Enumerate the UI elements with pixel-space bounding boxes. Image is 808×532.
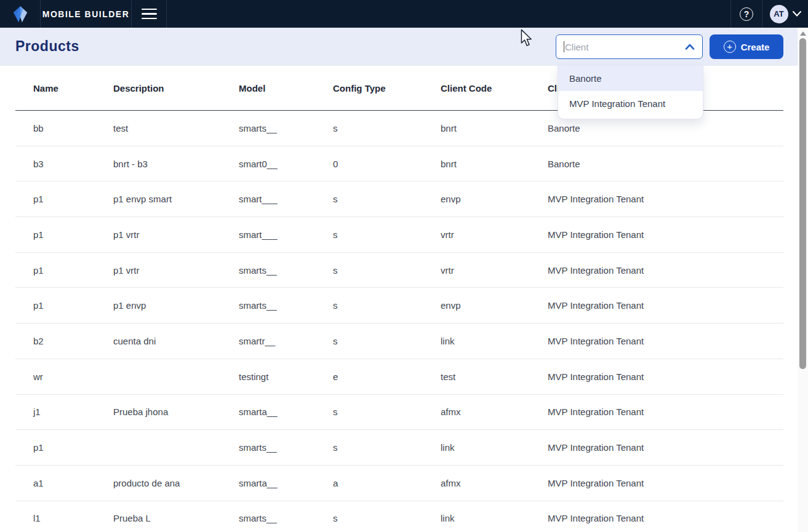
cell-name: l1	[15, 513, 95, 523]
products-table: Name Description Model Config Type Clien…	[15, 66, 783, 532]
cell-config-type: s	[315, 442, 423, 453]
client-dropdown-panel: Banorte MVP Integration Tenant	[558, 66, 703, 119]
cell-model: smarts__	[221, 300, 315, 311]
cell-model: testingt	[221, 371, 315, 382]
help-icon: ?	[740, 7, 753, 21]
cell-client: MVP Integration Tenant	[530, 300, 783, 311]
chevron-down-icon	[793, 11, 801, 17]
column-header-client-code: Client Code	[423, 83, 530, 93]
cell-model: smarts__	[221, 442, 315, 453]
table-row[interactable]: p1 p1 envp smarts__ s envp MVP Integrati…	[15, 288, 783, 324]
dropdown-option-banorte[interactable]: Banorte	[558, 66, 703, 91]
column-header-config-type: Config Type	[315, 83, 423, 93]
cell-name: wr	[15, 371, 95, 382]
column-header-description: Description	[95, 83, 221, 93]
table-row[interactable]: l1 Prueba L smarts__ s link MVP Integrat…	[15, 501, 783, 532]
menu-button[interactable]	[132, 0, 166, 28]
table-row[interactable]: p1 p1 envp smart smart___ s envp MVP Int…	[15, 181, 783, 217]
cell-model: smart0__	[221, 159, 315, 169]
cell-client: MVP Integration Tenant	[530, 478, 783, 488]
cell-client-code: bnrt	[423, 123, 530, 133]
cell-config-type: s	[315, 336, 423, 346]
cell-model: smartr__	[221, 336, 315, 346]
account-menu[interactable]: AT	[762, 0, 808, 28]
cell-name: b2	[15, 336, 95, 346]
cell-model: smarta__	[221, 407, 315, 417]
cell-client-code: envp	[423, 194, 530, 204]
cell-model: smarts__	[221, 265, 315, 276]
text-caret	[564, 41, 564, 52]
cell-name: b3	[15, 159, 95, 169]
scrollbar-thumb[interactable]	[799, 38, 806, 369]
cell-client-code: afmx	[423, 478, 530, 488]
cell-model: smart___	[221, 194, 315, 204]
cell-description: bnrt - b3	[95, 159, 221, 169]
client-filter-placeholder: Client	[565, 42, 685, 52]
cell-client-code: envp	[423, 300, 530, 311]
cell-client: Banorte	[530, 159, 783, 169]
cell-config-type: a	[315, 478, 423, 488]
cell-config-type: s	[315, 407, 423, 417]
table-row[interactable]: p1 p1 vrtr smarts__ s vrtr MVP Integrati…	[15, 253, 783, 288]
cell-client: MVP Integration Tenant	[530, 442, 783, 453]
cell-client: MVP Integration Tenant	[530, 265, 783, 276]
create-button[interactable]: + Create	[710, 34, 783, 59]
scroll-up-arrow-icon[interactable]	[800, 31, 806, 36]
column-header-model: Model	[221, 83, 315, 93]
cell-model: smart___	[221, 229, 315, 240]
page-title: Products	[15, 38, 79, 55]
client-filter-input[interactable]: Client	[556, 34, 703, 59]
cell-name: a1	[15, 478, 95, 488]
cell-name: p1	[15, 194, 95, 204]
table-row[interactable]: p1 p1 vrtr smart___ s vrtr MVP Integrati…	[15, 217, 783, 253]
hamburger-icon	[142, 9, 157, 20]
cell-client-code: afmx	[423, 407, 530, 417]
cell-name: p1	[15, 442, 95, 453]
cell-config-type: 0	[315, 159, 423, 169]
plus-circle-icon: +	[724, 41, 736, 53]
vertical-scrollbar	[798, 28, 808, 532]
cell-client-code: vrtr	[423, 265, 530, 276]
app-logo[interactable]	[0, 0, 40, 28]
cell-model: smarts__	[221, 513, 315, 523]
cell-client-code: link	[423, 442, 530, 453]
table-row[interactable]: b3 bnrt - b3 smart0__ 0 bnrt Banorte	[15, 146, 783, 182]
cell-description: Prueba L	[95, 513, 221, 523]
cell-config-type: s	[315, 229, 423, 240]
cell-client: MVP Integration Tenant	[530, 194, 783, 204]
table-row[interactable]: a1 producto de ana smarta__ a afmx MVP I…	[15, 466, 783, 501]
cell-config-type: s	[315, 265, 423, 276]
cell-description: p1 envp smart	[95, 194, 221, 204]
avatar: AT	[770, 5, 788, 23]
help-button[interactable]: ?	[731, 0, 762, 28]
cell-model: smarts__	[221, 123, 315, 133]
table-row[interactable]: p1 smarts__ s link MVP Integration Tenan…	[15, 430, 783, 466]
cell-description: p1 vrtr	[95, 265, 221, 276]
cell-config-type: s	[315, 194, 423, 204]
cell-client-code: vrtr	[423, 229, 530, 240]
cell-client-code: bnrt	[423, 159, 530, 169]
cell-config-type: s	[315, 123, 423, 133]
table-row[interactable]: j1 Prueba jhona smarta__ s afmx MVP Inte…	[15, 395, 783, 431]
create-button-label: Create	[741, 42, 770, 52]
cell-client-code: link	[423, 336, 530, 346]
cell-client: MVP Integration Tenant	[530, 407, 783, 417]
cell-model: smarta__	[221, 478, 315, 488]
brand-title: MOBILE BUILDER	[42, 9, 130, 19]
chevron-up-icon	[685, 44, 695, 50]
cell-name: p1	[15, 300, 95, 311]
cell-client-code: test	[423, 371, 530, 382]
cell-config-type: s	[315, 300, 423, 311]
table-row[interactable]: b2 cuenta dni smartr__ s link MVP Integr…	[15, 324, 783, 359]
cell-config-type: e	[315, 371, 423, 382]
cell-description: test	[95, 123, 221, 133]
cell-client-code: link	[423, 513, 530, 523]
dropdown-option-mvp-integration-tenant[interactable]: MVP Integration Tenant	[558, 91, 703, 116]
cell-description: Prueba jhona	[95, 407, 221, 417]
cell-client: MVP Integration Tenant	[530, 371, 783, 382]
page-header-bar: Products Client + Create	[0, 28, 808, 66]
table-row[interactable]: wr testingt e test MVP Integration Tenan…	[15, 359, 783, 395]
cell-client: MVP Integration Tenant	[530, 336, 783, 346]
cell-config-type: s	[315, 513, 423, 523]
cell-client: Banorte	[530, 123, 783, 133]
